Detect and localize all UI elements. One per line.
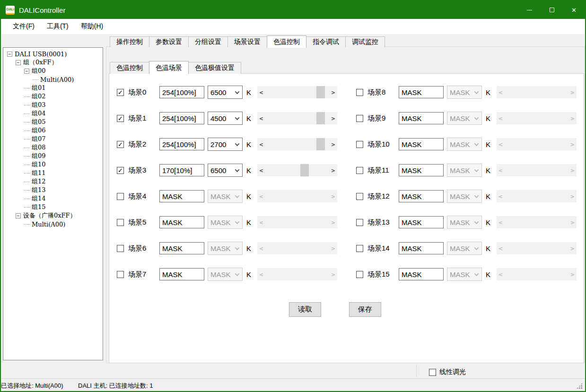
scene-checkbox[interactable] <box>356 245 363 252</box>
tree-node[interactable]: 组10 <box>3 160 103 169</box>
scene-checkbox[interactable] <box>117 219 124 226</box>
tree-expander-icon[interactable]: − <box>7 52 12 57</box>
scene-checkbox[interactable] <box>356 193 363 200</box>
temperature-dropdown[interactable]: 6500 <box>208 86 243 99</box>
tree-expander-icon[interactable]: − <box>16 60 21 65</box>
scene-value-input[interactable] <box>159 242 204 254</box>
device-tree[interactable]: −DALI USB(0001)−组（0xFF）−组00Multi(A00)组01… <box>3 47 103 360</box>
tab-main-0[interactable]: 操作控制 <box>110 36 149 47</box>
scrollbar-thumb[interactable] <box>316 112 325 124</box>
scroll-left-arrow-icon[interactable]: < <box>257 115 265 122</box>
tab-main-1[interactable]: 参数设置 <box>149 36 189 47</box>
tree-node[interactable]: Multi(A00) <box>3 75 103 84</box>
tree-node[interactable]: 组12 <box>3 177 103 186</box>
scroll-right-arrow-icon[interactable]: > <box>329 89 337 96</box>
scene-value-input[interactable] <box>399 164 444 176</box>
scene-checkbox[interactable] <box>356 89 363 96</box>
scene-checkbox[interactable] <box>356 219 363 226</box>
tree-expander-icon[interactable]: − <box>24 69 29 74</box>
scroll-left-arrow-icon[interactable]: < <box>257 167 265 174</box>
temperature-dropdown[interactable]: 6500 <box>208 164 243 177</box>
scroll-left-arrow-icon[interactable]: < <box>257 89 265 96</box>
tree-node[interactable]: 组11 <box>3 169 103 177</box>
maximize-button[interactable] <box>541 1 563 19</box>
scene-checkbox[interactable] <box>356 141 363 148</box>
scroll-right-arrow-icon[interactable]: > <box>329 141 337 148</box>
scene-checkbox[interactable] <box>117 271 124 278</box>
tree-node[interactable]: −组00 <box>3 67 103 75</box>
menu-item[interactable]: 文件(F) <box>7 22 41 31</box>
scene-checkbox[interactable] <box>356 115 363 122</box>
tree-node[interactable]: −设备（广播0xFF） <box>3 211 103 220</box>
scene-value-input[interactable] <box>159 268 204 280</box>
scrollbar-thumb[interactable] <box>300 164 309 176</box>
read-button[interactable]: 读取 <box>289 302 321 317</box>
temperature-dropdown[interactable]: 4500 <box>208 112 243 125</box>
tree-node[interactable]: 组02 <box>3 92 103 101</box>
scene-value-input[interactable] <box>399 86 444 98</box>
tree-node[interactable]: 组03 <box>3 101 103 109</box>
scene-checkbox[interactable] <box>117 245 124 252</box>
tab-sub-0[interactable]: 色温控制 <box>110 62 149 74</box>
tab-main-5[interactable]: 指令调试 <box>306 36 346 47</box>
tree-node[interactable]: 组05 <box>3 118 103 126</box>
scene-value-input[interactable] <box>159 112 204 124</box>
scrollbar-track[interactable] <box>265 86 329 98</box>
tree-node[interactable]: 组01 <box>3 84 103 92</box>
menu-item[interactable]: 工具(T) <box>41 22 75 31</box>
tree-node[interactable]: 组09 <box>3 152 103 160</box>
scene-checkbox[interactable]: ✓ <box>117 115 124 122</box>
scene-value-input[interactable] <box>159 164 204 176</box>
tree-node[interactable]: 组14 <box>3 194 103 203</box>
scene-value-input[interactable] <box>159 138 204 150</box>
scroll-right-arrow-icon[interactable]: > <box>329 167 337 174</box>
tree-node[interactable]: −组（0xFF） <box>3 58 103 67</box>
temperature-scrollbar[interactable]: <> <box>257 86 337 98</box>
temperature-scrollbar[interactable]: <> <box>257 164 337 176</box>
tree-node[interactable]: −DALI USB(0001) <box>3 50 103 58</box>
tree-node[interactable]: 组06 <box>3 126 103 135</box>
scene-checkbox[interactable] <box>356 167 363 174</box>
tab-main-6[interactable]: 调试监控 <box>345 36 385 47</box>
scrollbar-track[interactable] <box>265 112 329 124</box>
scene-value-input[interactable] <box>399 268 444 280</box>
scene-value-input[interactable] <box>399 138 444 150</box>
scroll-left-arrow-icon[interactable]: < <box>257 141 265 148</box>
temperature-scrollbar[interactable]: <> <box>257 138 337 150</box>
scene-value-input[interactable] <box>399 190 444 202</box>
tree-node[interactable]: Multi(A00) <box>3 220 103 228</box>
scene-checkbox[interactable]: ✓ <box>117 141 124 148</box>
scroll-right-arrow-icon[interactable]: > <box>329 115 337 122</box>
menu-item[interactable]: 帮助(H) <box>75 22 109 31</box>
tab-main-2[interactable]: 分组设置 <box>188 36 228 47</box>
scene-checkbox[interactable] <box>356 271 363 278</box>
temperature-dropdown[interactable]: 2700 <box>208 138 243 151</box>
tree-node[interactable]: 组13 <box>3 186 103 194</box>
tab-main-3[interactable]: 场景设置 <box>227 36 267 47</box>
tab-main-4[interactable]: 色温控制 <box>267 35 306 48</box>
scene-value-input[interactable] <box>159 86 204 98</box>
scrollbar-track[interactable] <box>265 138 329 150</box>
temperature-scrollbar[interactable]: <> <box>257 112 337 124</box>
scene-value-input[interactable] <box>159 190 204 202</box>
tab-sub-2[interactable]: 色温极值设置 <box>188 62 241 74</box>
tree-node[interactable]: 组15 <box>3 203 103 211</box>
scene-value-input[interactable] <box>399 216 444 228</box>
linear-dimming-checkbox[interactable] <box>429 369 436 376</box>
scene-value-input[interactable] <box>399 242 444 254</box>
save-button[interactable]: 保存 <box>349 302 381 317</box>
tree-expander-icon[interactable]: − <box>16 213 21 218</box>
scrollbar-thumb[interactable] <box>316 86 325 98</box>
tree-node[interactable]: 组07 <box>3 135 103 143</box>
scene-value-input[interactable] <box>159 216 204 228</box>
minimize-button[interactable] <box>518 1 541 19</box>
tree-node[interactable]: 组08 <box>3 143 103 152</box>
scene-checkbox[interactable]: ✓ <box>117 89 124 96</box>
resize-grip-icon[interactable] <box>576 383 583 389</box>
close-button[interactable]: ✕ <box>563 1 585 19</box>
scrollbar-thumb[interactable] <box>316 138 325 150</box>
scrollbar-track[interactable] <box>265 164 329 176</box>
scene-checkbox[interactable]: ✓ <box>117 167 124 174</box>
scene-value-input[interactable] <box>399 112 444 124</box>
tab-sub-1[interactable]: 色温场景 <box>149 61 189 74</box>
